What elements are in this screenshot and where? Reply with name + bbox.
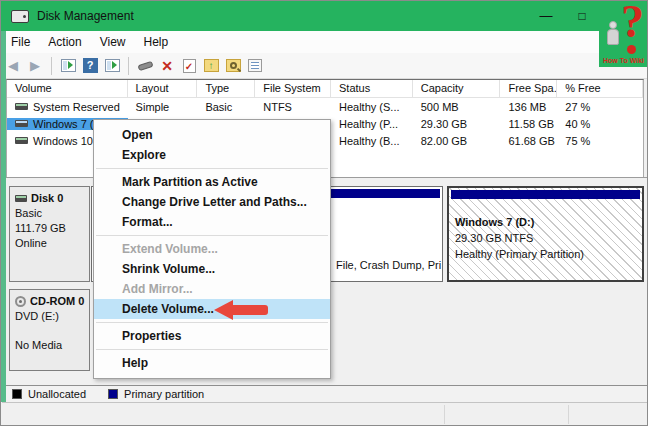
menu-separator [96,349,328,350]
maximize-button[interactable]: □ [565,1,599,31]
up-arrow-glyph: ↑ [205,60,218,72]
volume-disk-icon [15,120,28,127]
properties-glyph [248,59,262,72]
partition-c-status-text: File, Crash Dump, Pri [336,259,441,271]
menu-help[interactable]: Help [135,35,178,49]
menu-item-help[interactable]: Help [94,353,330,373]
action-pane-icon[interactable] [102,56,122,76]
menu-separator [96,235,328,236]
menu-view[interactable]: View [91,35,135,49]
spacer [15,324,89,338]
cdrom-panel[interactable]: CD-ROM 0 DVD (E:) No Media [9,289,90,371]
pctfree-cell: 75 % [557,135,643,147]
menu-item-change-drive-letter[interactable]: Change Drive Letter and Paths... [94,192,330,212]
properties-icon[interactable] [245,56,265,76]
set-active-icon[interactable]: ✓ [179,56,199,76]
back-icon[interactable]: ◀ [3,56,23,76]
menu-item-explore[interactable]: Explore [94,145,330,165]
delete-volume-icon[interactable]: ✕ [157,56,177,76]
menu-item-open[interactable]: Open [94,125,330,145]
forward-icon[interactable]: ▶ [25,56,45,76]
toolbar-separator [128,57,129,75]
disk-management-window: Disk Management — □ ? How To Wiki File A… [0,0,648,426]
volume-disk-icon [15,103,28,110]
disk0-header: Disk 0 [15,191,89,206]
back-glyph: ◀ [8,58,18,73]
statusbar-divider [444,405,445,424]
menu-item-delete-volume[interactable]: Delete Volume... [94,299,330,319]
partition-d-name: Windows 7 (D:) [455,214,584,230]
filesystem-cell: NTFS [255,101,331,113]
pctfree-cell: 27 % [557,101,643,113]
primary-partition-swatch [108,389,118,399]
howtowiki-logo: ? How To Wiki [599,1,648,67]
menu-action[interactable]: Action [39,35,90,49]
cdrom-media: No Media [15,338,89,353]
check-glyph: ✓ [183,59,196,73]
menu-bar: File Action View Help [2,31,648,53]
table-row[interactable]: System Reserved Simple Basic NTFS Health… [7,98,643,115]
menu-item-format[interactable]: Format... [94,212,330,232]
status-bar [2,402,648,426]
minimize-button[interactable]: — [529,1,563,31]
status-cell: Healthy (B... [331,135,413,147]
column-header-pctfree[interactable]: % Free [557,80,643,97]
logo-person-body [607,29,619,45]
column-header-freespace[interactable]: Free Spa... [500,80,557,97]
console-tree-icon[interactable] [58,56,78,76]
help-glyph: ? [83,58,98,73]
magnifier-glyph [230,62,237,69]
statusbar-divider [568,405,569,424]
menu-item-shrink-volume[interactable]: Shrink Volume... [94,259,330,279]
column-header-volume[interactable]: Volume [7,80,128,97]
disk0-name: Disk 0 [31,191,63,206]
action-pane-glyph [105,59,120,72]
disk0-panel[interactable]: Disk 0 Basic 111.79 GB Online [9,186,90,282]
folder-search-icon[interactable] [223,56,243,76]
capacity-cell: 29.30 GB [413,118,501,130]
menu-separator [96,168,328,169]
cd-icon [15,296,26,307]
freespace-cell: 61.68 GB [500,135,557,147]
folder-up-glyph: ↑ [204,59,219,72]
wrench-icon[interactable] [135,56,155,76]
column-header-type[interactable]: Type [197,80,255,97]
logo-text: How To Wiki [599,57,648,64]
unallocated-swatch [12,389,22,399]
menu-separator [96,322,328,323]
toolbar: ◀ ▶ ? ✕ ✓ ↑ [2,53,648,79]
window-edge-strip [1,31,6,402]
folder-up-icon[interactable]: ↑ [201,56,221,76]
type-cell: Basic [197,101,255,113]
column-header-filesystem[interactable]: File System [255,80,331,97]
menu-file[interactable]: File [2,35,39,49]
menu-item-properties[interactable]: Properties [94,326,330,346]
toolbar-separator [51,57,52,75]
volume-name: Windows 10 ( [33,135,100,147]
forward-glyph: ▶ [30,58,40,73]
console-tree-glyph [61,59,76,72]
arrow-tail [231,305,268,315]
partition-windows7-d[interactable]: Windows 7 (D:) 29.30 GB NTFS Healthy (Pr… [447,186,644,282]
cdrom-name: CD-ROM 0 [30,294,84,309]
pctfree-cell: 40 % [557,118,643,130]
partition-d-info: Windows 7 (D:) 29.30 GB NTFS Healthy (Pr… [455,214,584,262]
column-header-status[interactable]: Status [331,80,413,97]
freespace-cell: 136 MB [500,101,557,113]
column-header-layout[interactable]: Layout [128,80,198,97]
capacity-cell: 82.00 GB [413,135,501,147]
question-mark-icon: ? [621,0,644,48]
logo-person-icon [609,21,617,29]
volume-name: System Reserved [33,101,120,113]
menu-item-extend-volume: Extend Volume... [94,239,330,259]
cdrom-header: CD-ROM 0 [15,294,89,309]
menu-item-mark-partition-active[interactable]: Mark Partition as Active [94,172,330,192]
disk0-size: 111.79 GB [15,221,89,236]
capacity-cell: 500 MB [413,101,501,113]
title-bar: Disk Management — □ [1,1,648,31]
help-icon[interactable]: ? [80,56,100,76]
window-title: Disk Management [37,9,134,23]
column-header-capacity[interactable]: Capacity [413,80,501,97]
status-cell: Healthy (P... [331,118,413,130]
partition-d-status: Healthy (Primary Partition) [455,246,584,262]
